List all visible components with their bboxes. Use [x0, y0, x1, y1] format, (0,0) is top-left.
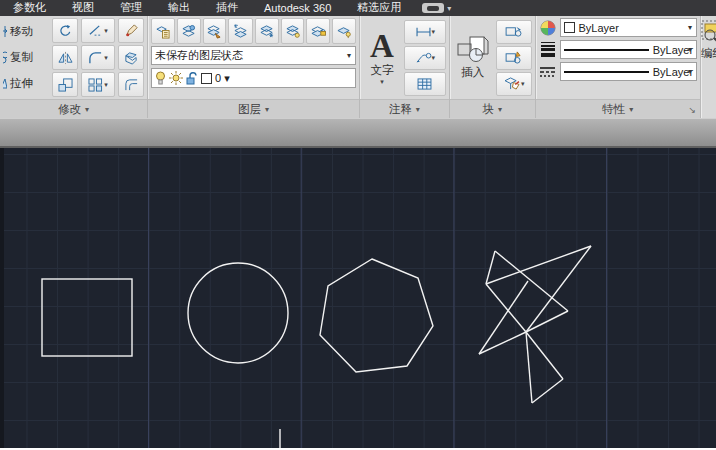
menu-view[interactable]: 视图: [59, 0, 107, 17]
layer-lock-icon: [310, 24, 326, 39]
linetype-dropdown[interactable]: ByLayer ▾: [560, 62, 698, 81]
erase-icon: [124, 23, 139, 38]
menu-manage[interactable]: 管理: [107, 0, 155, 17]
leader-icon: [415, 52, 432, 64]
chevron-down-icon: ▾: [498, 105, 502, 114]
star-polyline-segment[interactable]: [486, 284, 526, 332]
linetype-sample: [564, 71, 649, 73]
text-label: 文字: [371, 63, 394, 78]
current-layer-name: 0: [215, 72, 221, 84]
layer-thaw-sun-icon: [169, 71, 183, 85]
block-flyout-caret[interactable]: ▾: [521, 80, 525, 88]
heptagon-shape[interactable]: [320, 259, 433, 372]
layer-lock-button[interactable]: [306, 18, 330, 44]
panel-title-layers[interactable]: 图层 ▾: [148, 99, 359, 118]
block-edit-inplace-button[interactable]: [496, 46, 532, 70]
star-polyline-segment[interactable]: [495, 251, 568, 311]
panel-modify: 移动 复制 拉伸: [0, 16, 148, 118]
layer-isolate-button[interactable]: [203, 18, 227, 44]
panel-title-block[interactable]: 块 ▾: [450, 99, 535, 118]
scale-button[interactable]: [52, 72, 78, 97]
fillet-button[interactable]: ▾: [81, 45, 115, 70]
layer-dropdown[interactable]: 0 ▾: [151, 68, 356, 88]
move-button[interactable]: 移动: [3, 24, 48, 39]
chevron-down-icon: ▾: [688, 45, 692, 54]
mirror-button[interactable]: [52, 45, 78, 70]
color-swatch: [564, 22, 575, 33]
layer-off-button[interactable]: [281, 18, 305, 44]
stretch-button[interactable]: 拉伸: [3, 76, 48, 91]
star-polyline-segment[interactable]: [486, 251, 495, 284]
array-icon: [88, 78, 103, 92]
star-polyline-segment[interactable]: [526, 246, 591, 332]
chevron-down-icon: ▾: [85, 105, 89, 114]
properties-title-label: 特性: [602, 102, 625, 117]
drawing-canvas[interactable]: [0, 148, 716, 448]
layer-off-icon: [285, 24, 301, 39]
erase-button[interactable]: [118, 18, 144, 43]
leader-button[interactable]: ▾: [404, 46, 446, 70]
panel-annotation: A 文字 ▾ ▾ ▾: [360, 16, 450, 118]
chevron-down-icon: ▾: [688, 67, 692, 76]
chevron-down-icon: ▾: [688, 23, 692, 32]
table-button[interactable]: [404, 72, 446, 96]
explode-button[interactable]: [118, 45, 144, 70]
block-attributes-button[interactable]: ▾: [496, 72, 532, 96]
leader-flyout-caret[interactable]: ▾: [432, 54, 436, 62]
drawn-shapes: [0, 148, 716, 448]
lineweight-dropdown[interactable]: ByLayer ▾: [560, 40, 698, 59]
layer-properties-icon: [155, 24, 170, 39]
dialog-launcher-icon[interactable]: ↘: [689, 105, 697, 115]
block-edit-icon: [505, 25, 523, 38]
mirror-icon: [58, 51, 73, 65]
offset-button[interactable]: [118, 72, 144, 97]
layer-state-value: 未保存的图层状态: [155, 48, 243, 63]
menu-plugins[interactable]: 插件: [203, 0, 251, 17]
layer-unisolate-button[interactable]: [228, 18, 253, 44]
fillet-flyout-caret[interactable]: ▾: [104, 54, 108, 62]
text-button[interactable]: A 文字 ▾: [363, 18, 401, 97]
panel-title-modify[interactable]: 修改 ▾: [0, 99, 147, 118]
trim-flyout-caret[interactable]: ▾: [104, 27, 108, 35]
exchange-apps-button[interactable]: ▾: [422, 3, 451, 13]
rotate-button[interactable]: [52, 18, 78, 43]
copy-label: 复制: [10, 50, 33, 65]
object-color-dropdown[interactable]: ByLayer ▾: [560, 18, 698, 37]
menu-featured-apps[interactable]: 精选应用: [344, 0, 414, 17]
layer-unlock-icon: [186, 71, 198, 86]
layer-match-button[interactable]: [177, 18, 201, 44]
layer-unisolate-icon: [233, 24, 249, 39]
layer-freeze-button[interactable]: [255, 18, 279, 44]
array-flyout-caret[interactable]: ▾: [104, 81, 108, 89]
group-icon[interactable]: [701, 20, 716, 44]
layer-walk-button[interactable]: [332, 18, 356, 44]
dimension-button[interactable]: ▾: [404, 20, 446, 44]
rectangle-shape[interactable]: [42, 279, 132, 356]
panel-title-annotation[interactable]: 注释 ▾: [360, 99, 449, 118]
star-polyline-segment[interactable]: [486, 246, 591, 284]
copy-button[interactable]: 复制: [3, 50, 48, 65]
layer-properties-button[interactable]: [151, 18, 175, 44]
circle-shape[interactable]: [188, 263, 288, 363]
linetype-icon: [539, 66, 557, 78]
block-edit-inplace-icon: [505, 51, 523, 64]
star-polyline-segment[interactable]: [532, 379, 563, 403]
fillet-icon: [88, 51, 103, 65]
menu-output[interactable]: 输出: [155, 0, 203, 17]
block-edit-button[interactable]: [496, 20, 532, 44]
layer-state-dropdown[interactable]: 未保存的图层状态 ▾: [151, 46, 356, 65]
trim-button[interactable]: ▾: [81, 18, 115, 43]
star-polyline-segment[interactable]: [526, 332, 532, 403]
panel-properties: ByLayer ▾ ByLayer ▾: [536, 16, 702, 118]
table-icon: [417, 78, 432, 90]
array-button[interactable]: ▾: [81, 72, 115, 97]
chevron-down-icon: ▾: [629, 105, 633, 114]
scale-icon: [58, 78, 73, 92]
insert-block-button[interactable]: 插入: [453, 18, 493, 97]
dimension-flyout-caret[interactable]: ▾: [432, 28, 436, 36]
star-polyline-segment[interactable]: [526, 311, 568, 332]
menu-parametric[interactable]: 参数化: [0, 0, 59, 17]
menu-autodesk360[interactable]: Autodesk 360: [251, 1, 344, 16]
panel-title-properties[interactable]: 特性 ▾ ↘: [536, 99, 701, 118]
star-polyline-segment[interactable]: [526, 332, 563, 379]
